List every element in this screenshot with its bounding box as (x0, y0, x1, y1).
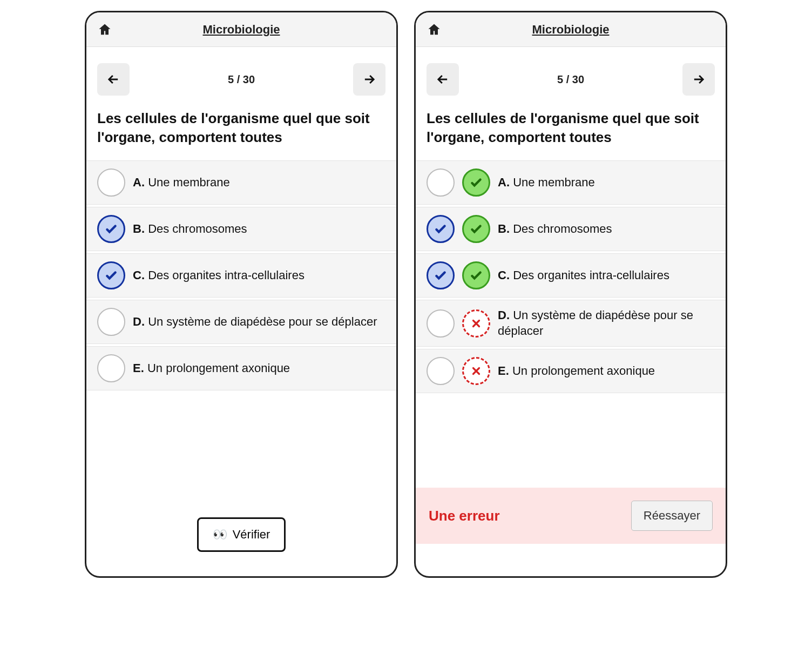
option-label: E. Un prolongement axonique (498, 363, 655, 379)
check-icon (469, 222, 483, 236)
nav-row: 5 / 30 (416, 47, 726, 109)
checkbox-empty (427, 168, 455, 197)
header: Microbiologie (86, 12, 396, 47)
option-label: B. Des chromosomes (133, 221, 247, 237)
nav-row: 5 / 30 (86, 47, 396, 109)
cross-icon (470, 365, 482, 377)
result-footer: Une erreur Réessayer (416, 488, 726, 544)
question-counter: 5 / 30 (228, 73, 255, 86)
question-text: Les cellules de l'organisme quel que soi… (416, 109, 726, 160)
option-label: A. Une membrane (498, 175, 595, 191)
checkbox-empty[interactable] (97, 354, 125, 382)
home-icon[interactable] (427, 22, 442, 37)
checkbox-selected[interactable] (97, 261, 125, 289)
wrong-icon (462, 309, 490, 338)
checkbox-empty (427, 309, 455, 338)
header: Microbiologie (416, 12, 726, 47)
option-label: A. Une membrane (133, 175, 230, 191)
options-list: A. Une membrane B. Des chromosomes C. De… (86, 160, 396, 393)
home-icon[interactable] (97, 22, 112, 37)
option-label: B. Des chromosomes (498, 221, 612, 237)
option-a[interactable]: A. Une membrane (416, 160, 726, 205)
option-d[interactable]: D. Un système de diapédèse pour se dépla… (86, 300, 396, 344)
question-counter: 5 / 30 (557, 73, 584, 86)
checkbox-empty[interactable] (97, 168, 125, 197)
option-label: C. Des organites intra-cellulaires (498, 268, 669, 284)
check-icon (469, 268, 483, 282)
checkbox-empty (427, 357, 455, 385)
footer: 👀 Vérifier (86, 501, 396, 576)
options-list: A. Une membrane B. Des chromosomes C. De… (416, 160, 726, 395)
option-label: C. Des organites intra-cellulaires (133, 268, 304, 284)
prev-button[interactable] (427, 63, 459, 96)
check-icon (469, 176, 483, 190)
option-c[interactable]: C. Des organites intra-cellulaires (86, 253, 396, 298)
checkbox-selected[interactable] (97, 215, 125, 243)
option-e[interactable]: E. Un prolongement axonique (86, 346, 396, 390)
checkbox-selected (427, 215, 455, 243)
check-icon (434, 222, 448, 236)
check-icon (434, 268, 448, 282)
eyes-icon: 👀 (213, 528, 227, 542)
arrow-left-icon (435, 72, 450, 87)
wrong-icon (462, 357, 490, 385)
option-label: E. Un prolongement axonique (133, 361, 290, 376)
check-icon (104, 268, 118, 282)
option-e[interactable]: E. Un prolongement axonique (416, 349, 726, 393)
option-label: D. Un système de diapédèse pour se dépla… (498, 308, 715, 339)
verify-button[interactable]: 👀 Vérifier (197, 517, 286, 552)
error-message: Une erreur (429, 508, 500, 524)
option-d[interactable]: D. Un système de diapédèse pour se dépla… (416, 300, 726, 347)
option-a[interactable]: A. Une membrane (86, 160, 396, 205)
prev-button[interactable] (97, 63, 130, 96)
retry-button[interactable]: Réessayer (631, 501, 713, 531)
arrow-left-icon (106, 72, 121, 87)
correct-icon (462, 261, 490, 289)
checkbox-empty[interactable] (97, 308, 125, 336)
correct-icon (462, 168, 490, 197)
correct-icon (462, 215, 490, 243)
check-icon (104, 222, 118, 236)
header-title[interactable]: Microbiologie (532, 23, 610, 37)
checkbox-selected (427, 261, 455, 289)
option-c[interactable]: C. Des organites intra-cellulaires (416, 253, 726, 298)
question-text: Les cellules de l'organisme quel que soi… (86, 109, 396, 160)
header-title[interactable]: Microbiologie (203, 23, 280, 37)
arrow-right-icon (362, 72, 377, 87)
phone-after: Microbiologie 5 / 30 Les cellules de l'o… (414, 11, 727, 578)
option-b[interactable]: B. Des chromosomes (416, 207, 726, 251)
option-label: D. Un système de diapédèse pour se dépla… (133, 314, 377, 330)
next-button[interactable] (682, 63, 715, 96)
option-b[interactable]: B. Des chromosomes (86, 207, 396, 251)
arrow-right-icon (691, 72, 706, 87)
next-button[interactable] (353, 63, 385, 96)
verify-label: Vérifier (233, 528, 270, 542)
cross-icon (470, 318, 482, 329)
phone-before: Microbiologie 5 / 30 Les cellules de l'o… (85, 11, 398, 578)
